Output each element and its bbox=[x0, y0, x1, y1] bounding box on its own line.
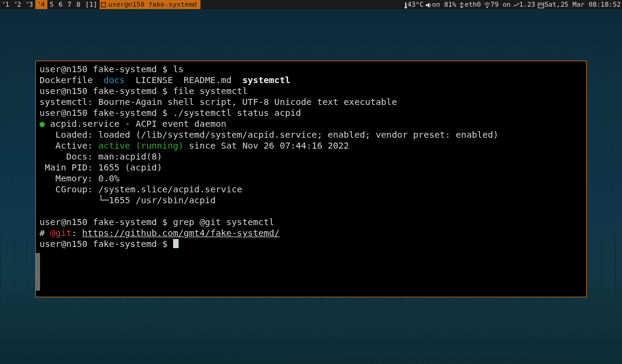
clock: Sat,25 Mar 08:18:52 bbox=[538, 0, 621, 9]
workspace-1[interactable]: °1 bbox=[0, 0, 12, 9]
window-indicator-icon bbox=[101, 2, 106, 7]
svg-point-1 bbox=[405, 6, 407, 8]
workspace-5[interactable]: 5 bbox=[47, 0, 56, 9]
workspace-4[interactable]: °4 bbox=[35, 0, 47, 9]
terminal-cursor bbox=[173, 239, 179, 248]
terminal-scrollbar[interactable] bbox=[36, 253, 40, 291]
workspace-1[interactable]: [1] bbox=[83, 0, 100, 9]
workspace-6[interactable]: 6 bbox=[56, 0, 65, 9]
workspace-2[interactable]: °2 bbox=[12, 0, 23, 9]
svg-rect-4 bbox=[538, 3, 544, 8]
workspace-8[interactable]: 8 bbox=[74, 0, 83, 9]
terminal-content[interactable]: user@n150 fake-systemd $ ls Dockerfile d… bbox=[39, 64, 583, 249]
workspace-switcher[interactable]: °1°2°3°45678[1] bbox=[0, 0, 100, 9]
svg-point-3 bbox=[486, 6, 488, 8]
status-right: 43°C on 81% eth0 79 on 1.23 Sat,25 Mar 0… bbox=[404, 0, 622, 9]
window-title[interactable]: user@n150 fake-systemd bbox=[100, 0, 200, 9]
workspace-3[interactable]: °3 bbox=[24, 0, 35, 9]
workspace-7[interactable]: 7 bbox=[65, 0, 74, 9]
temperature: 43°C bbox=[404, 0, 424, 9]
net-interface: eth0 bbox=[459, 0, 481, 9]
window-title-text: user@n150 fake-systemd bbox=[108, 0, 197, 9]
status-bar: °1°2°3°45678[1] user@n150 fake-systemd 4… bbox=[0, 0, 622, 9]
terminal-window[interactable]: user@n150 fake-systemd $ ls Dockerfile d… bbox=[35, 61, 587, 297]
volume: on 81% bbox=[426, 0, 456, 9]
svg-marker-2 bbox=[426, 2, 429, 8]
repo-url[interactable]: https://github.com/gmt4/fake-systemd/ bbox=[82, 228, 279, 238]
svg-rect-0 bbox=[405, 2, 406, 6]
desktop-background: °1°2°3°45678[1] user@n150 fake-systemd 4… bbox=[0, 0, 622, 364]
wifi: 79 on bbox=[484, 0, 511, 9]
load-average: 1.23 bbox=[513, 0, 536, 9]
